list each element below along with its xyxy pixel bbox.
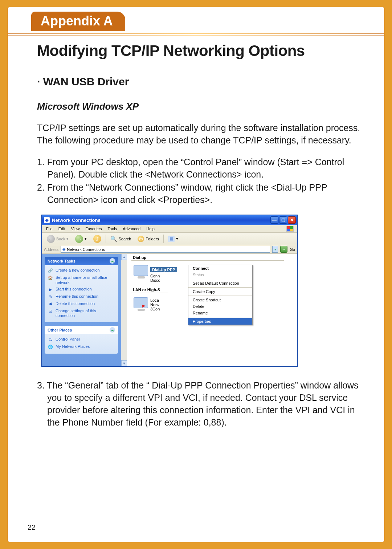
task-change-settings[interactable]: ☑Change settings of this connection bbox=[48, 308, 115, 320]
menu-tools[interactable]: Tools bbox=[105, 226, 120, 232]
address-dropdown[interactable]: ▾ bbox=[272, 246, 278, 253]
connection-icon bbox=[134, 265, 148, 276]
xp-body: Network Tasks ︽ 🔗Create a new connection… bbox=[42, 254, 297, 366]
back-arrow-icon: ← bbox=[47, 235, 55, 243]
address-value: Network Connections bbox=[67, 247, 105, 252]
xp-titlebar[interactable]: ◆ Network Connections — ▢ ✕ bbox=[42, 215, 297, 225]
menu-help[interactable]: Help bbox=[143, 226, 158, 232]
group-dialup: Dial-up bbox=[131, 255, 284, 261]
scrollbar[interactable]: ▲ ▼ bbox=[121, 254, 127, 366]
menu-advanced[interactable]: Advanced bbox=[120, 226, 143, 232]
windows-flag-icon bbox=[286, 226, 294, 232]
dialup-badge: Dial-Up PPP bbox=[150, 267, 177, 272]
window-icon: ◆ bbox=[44, 217, 50, 223]
content: Modifying TCP/IP Networking Options · WA… bbox=[37, 40, 362, 437]
context-menu: Connect Status Set as Default Connection… bbox=[188, 265, 253, 325]
menu-file[interactable]: File bbox=[43, 226, 56, 232]
menu-view[interactable]: View bbox=[68, 226, 83, 232]
scroll-down-icon[interactable]: ▼ bbox=[121, 360, 127, 366]
task-delete[interactable]: ✖Delete this connection bbox=[48, 301, 115, 308]
steps-bottom: 3. The “General” tab of the “ Dial-Up PP… bbox=[37, 379, 362, 428]
network-tasks-header: Network Tasks bbox=[48, 259, 75, 263]
page-title: Modifying TCP/IP Networking Options bbox=[37, 42, 362, 60]
chevron-down-icon: ▾ bbox=[176, 236, 178, 241]
dialup-sublabels: Conn Disco bbox=[150, 274, 160, 282]
search-label: Search bbox=[118, 237, 131, 241]
home-network-icon: 🏠 bbox=[48, 275, 53, 281]
ctx-properties[interactable]: Properties bbox=[188, 318, 252, 325]
control-panel-icon: 🗂 bbox=[48, 337, 53, 343]
network-places-icon: 🌐 bbox=[48, 344, 53, 350]
address-label: Address bbox=[44, 247, 58, 252]
other-control-panel[interactable]: 🗂Control Panel bbox=[48, 336, 115, 343]
up-folder-icon: ⤴ bbox=[93, 235, 101, 243]
page-number: 22 bbox=[28, 523, 36, 532]
intro-paragraph: TCP/IP settings are set up automatically… bbox=[37, 122, 362, 146]
lan-sublabels: Loca Netw 3Con bbox=[150, 298, 160, 311]
task-create[interactable]: 🔗Create a new connection bbox=[48, 267, 115, 274]
delete-icon: ✖ bbox=[48, 301, 53, 307]
back-button[interactable]: ← Back ▾ bbox=[45, 234, 71, 244]
folders-label: Folders bbox=[146, 237, 159, 241]
maximize-button[interactable]: ▢ bbox=[279, 216, 287, 224]
forward-arrow-icon: → bbox=[75, 235, 83, 243]
toolbar-separator bbox=[163, 235, 164, 243]
task-setup-home[interactable]: 🏠Set up a home or small office network bbox=[48, 274, 115, 286]
network-tasks-panel: Network Tasks ︽ 🔗Create a new connection… bbox=[45, 257, 118, 322]
section-subhead: · WAN USB Driver bbox=[37, 76, 362, 88]
up-button[interactable]: ⤴ bbox=[91, 234, 103, 244]
menu-favorites[interactable]: Favorites bbox=[82, 226, 105, 232]
xp-window: ◆ Network Connections — ▢ ✕ File Edit Vi… bbox=[41, 215, 298, 367]
start-icon: ▶ bbox=[48, 287, 53, 293]
rename-icon: ✎ bbox=[48, 294, 53, 300]
step-2: 2. From the “Network Connections” window… bbox=[37, 181, 362, 206]
task-rename[interactable]: ✎Rename this connection bbox=[48, 293, 115, 301]
step-1: 1. From your PC desktop, open the “Contr… bbox=[37, 156, 362, 180]
forward-button[interactable]: → ▾ bbox=[73, 234, 89, 244]
close-button[interactable]: ✕ bbox=[288, 216, 296, 224]
xp-sidepane: Network Tasks ︽ 🔗Create a new connection… bbox=[42, 254, 121, 366]
search-button[interactable]: 🔍 Search bbox=[108, 235, 133, 243]
ctx-create-shortcut[interactable]: Create Shortcut bbox=[188, 297, 252, 303]
go-label: Go bbox=[290, 247, 295, 252]
collapse-icon[interactable]: ︽ bbox=[110, 327, 115, 333]
menu-edit[interactable]: Edit bbox=[56, 226, 68, 232]
chevron-down-icon: ▾ bbox=[85, 236, 87, 241]
xp-menubar: File Edit View Favorites Tools Advanced … bbox=[42, 225, 297, 233]
minimize-button[interactable]: — bbox=[270, 216, 278, 224]
ctx-delete[interactable]: Delete bbox=[188, 303, 252, 310]
new-connection-icon: 🔗 bbox=[48, 268, 53, 274]
xp-main-pane: Dial-up Dial-Up PPP Conn Disco LAN or Hi… bbox=[127, 254, 297, 366]
ctx-status: Status bbox=[188, 272, 252, 278]
address-field[interactable]: ◆ Network Connections bbox=[61, 246, 270, 253]
ctx-create-copy[interactable]: Create Copy bbox=[188, 288, 252, 295]
folders-button[interactable]: 🗀 Folders bbox=[135, 235, 161, 243]
os-heading: Microsoft Windows XP bbox=[37, 101, 362, 112]
other-network-places[interactable]: 🌐My Network Places bbox=[48, 343, 115, 351]
folders-icon: 🗀 bbox=[138, 236, 144, 242]
go-button[interactable]: → bbox=[280, 246, 287, 253]
ctx-set-default[interactable]: Set as Default Connection bbox=[188, 280, 252, 286]
appendix-tab: Appendix A bbox=[30, 11, 126, 31]
connection-icon bbox=[134, 297, 148, 308]
settings-icon: ☑ bbox=[48, 309, 53, 314]
steps-top: 1. From your PC desktop, open the “Contr… bbox=[37, 156, 362, 206]
other-places-header: Other Places bbox=[48, 328, 72, 332]
group-lan: LAN or High-S bbox=[131, 288, 168, 293]
page-card: Appendix A Modifying TCP/IP Networking O… bbox=[7, 7, 385, 542]
toolbar-separator bbox=[106, 235, 106, 243]
xp-address-bar: Address ◆ Network Connections ▾ → Go bbox=[42, 245, 297, 254]
views-icon: ▦ bbox=[168, 236, 175, 242]
task-start[interactable]: ▶Start this connection bbox=[48, 286, 115, 293]
views-button[interactable]: ▦ ▾ bbox=[166, 235, 180, 243]
search-icon: 🔍 bbox=[110, 236, 117, 242]
ctx-connect[interactable]: Connect bbox=[188, 265, 252, 272]
collapse-icon[interactable]: ︽ bbox=[110, 258, 115, 264]
other-places-panel: Other Places ︽ 🗂Control Panel 🌐My Networ… bbox=[45, 326, 118, 354]
back-label: Back bbox=[56, 237, 65, 241]
ctx-rename[interactable]: Rename bbox=[188, 310, 252, 316]
xp-toolbar: ← Back ▾ → ▾ ⤴ 🔍 Search 🗀 F bbox=[42, 233, 297, 245]
chevron-down-icon: ▾ bbox=[66, 236, 69, 241]
scroll-up-icon[interactable]: ▲ bbox=[121, 254, 127, 260]
address-icon: ◆ bbox=[62, 247, 65, 252]
